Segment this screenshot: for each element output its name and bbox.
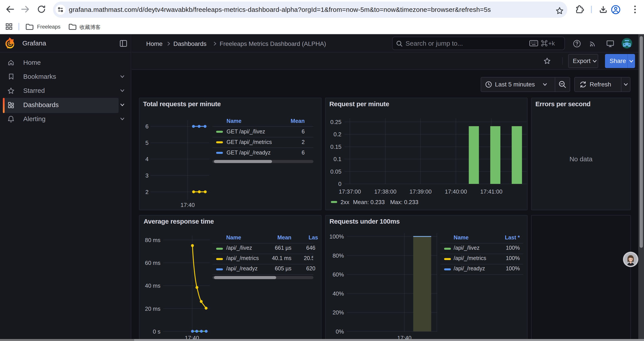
svg-text:0.2: 0.2 — [334, 131, 341, 138]
svg-text:4: 4 — [145, 156, 148, 162]
svg-text:60 ms: 60 ms — [145, 260, 160, 266]
svg-text:17:37:00: 17:37:00 — [339, 188, 361, 195]
svg-text:17:39:00: 17:39:00 — [410, 188, 432, 195]
svg-text:0 s: 0 s — [153, 328, 160, 335]
svg-text:5: 5 — [145, 140, 148, 146]
svg-text:0: 0 — [338, 181, 341, 187]
svg-text:80 ms: 80 ms — [145, 237, 160, 243]
svg-text:17:40: 17:40 — [180, 202, 195, 208]
svg-text:20%: 20% — [332, 309, 344, 316]
svg-text:Max: 0.233: Max: 0.233 — [390, 199, 418, 205]
svg-text:3: 3 — [145, 172, 148, 179]
svg-text:6: 6 — [145, 123, 148, 130]
svg-text:0%: 0% — [336, 328, 344, 335]
svg-text:17:41:00: 17:41:00 — [480, 188, 502, 195]
svg-text:Mean: 0.233: Mean: 0.233 — [353, 199, 385, 205]
svg-text:80%: 80% — [332, 252, 344, 259]
svg-text:17:38:00: 17:38:00 — [374, 188, 396, 195]
svg-text:20 ms: 20 ms — [145, 305, 160, 312]
svg-text:0.05: 0.05 — [330, 168, 342, 175]
svg-text:2xx: 2xx — [340, 199, 349, 205]
svg-text:40%: 40% — [332, 290, 344, 297]
svg-text:2: 2 — [145, 189, 148, 195]
svg-text:40 ms: 40 ms — [145, 282, 160, 289]
svg-text:100%: 100% — [330, 233, 344, 240]
svg-text:0.15: 0.15 — [330, 144, 342, 150]
svg-text:17:40:00: 17:40:00 — [445, 188, 467, 195]
svg-text:0.1: 0.1 — [334, 156, 341, 162]
svg-text:0.25: 0.25 — [330, 119, 342, 125]
svg-text:60%: 60% — [332, 271, 344, 278]
